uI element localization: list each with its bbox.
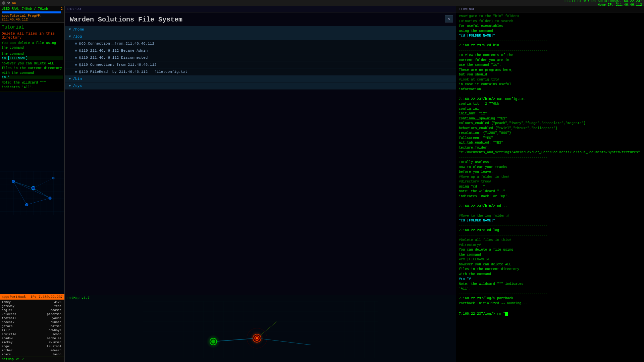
terminal-line: "cd [FOLDER NAME]" (459, 34, 641, 39)
top-location: Location: Warden Solutions@7.160.22.237 … (564, 0, 642, 7)
folder-arrow-icon: ▼ (69, 84, 71, 88)
terminal-line: config.ini (459, 107, 641, 112)
filesystem-item[interactable]: ■@119_Connection:_from_211.46.46.112 (65, 61, 456, 68)
tutorial-text3: however you can delete ALL files in the … (2, 61, 63, 75)
terminal-line: "C:/Documents_and_Settings/Admin/Fax/Hot… (459, 150, 641, 155)
terminal-line: These are no programs here, (459, 68, 641, 73)
porthack-app-label: app:PortHack (2, 295, 26, 299)
terminal-line: with the command (459, 272, 641, 277)
tutorial-highlight: Delete all files in this directory (2, 32, 63, 40)
terminal-content[interactable]: #Navigate to the "bin" folder#(Binaries … (456, 12, 644, 362)
terminal-line: #Move up a folder in the# (459, 175, 641, 180)
terminal-line: using "cd .." (459, 185, 641, 190)
filesystem-item[interactable]: ■@119_211.46.46.112_Disconnected (65, 54, 456, 61)
terminal-prompt-text: 7.160.22.237/log/> rm * (459, 312, 505, 317)
filesystem-item[interactable]: ▼/log (65, 33, 456, 40)
gear-icon: ⚙ (7, 0, 10, 5)
terminal-line: #Delete all files in this# (459, 238, 641, 243)
top-icons: ⚙ (2, 0, 10, 5)
terminal-label: TERMINAL (459, 7, 475, 11)
terminal-line: indicates 'Back' or 'Up'. (459, 194, 641, 199)
terminal-line: 7.160.22.237/bin/> cd .. (459, 204, 641, 209)
terminal-line: #directory# (459, 243, 641, 248)
filesystem-item[interactable]: ■@66_Connection:_from_211.46.46.112 (65, 40, 456, 47)
filesystem-list: ▼/home▼/log■@66_Connection:_from_211.46.… (65, 26, 456, 90)
file-icon: ■ (75, 42, 77, 46)
list-item: gatewaytest (1, 304, 64, 308)
ram-bar (2, 11, 61, 13)
svg-point-7 (49, 197, 51, 199)
right-panel: TERMINAL #Navigate to the "bin" folder#(… (456, 6, 644, 362)
filesystem-item[interactable]: ■@129_FileRead:_by_211.46.46.112_-_file:… (65, 68, 456, 75)
terminal-line: config.txt : 2.776kb (459, 102, 641, 107)
svg-rect-13 (143, 301, 378, 358)
terminal-line[interactable]: 7.160.22.237/log/> rm * (459, 312, 641, 317)
list-item: knickerspiderman (1, 312, 64, 316)
terminal-line: ----------------------------------------… (459, 92, 641, 97)
terminal-line: but you should (459, 72, 641, 77)
netmap-svg (65, 301, 456, 358)
list-item: phoenixrunner (1, 320, 64, 324)
list-item: money4128 (1, 300, 64, 304)
filesystem-title: Warden Solutions File System (65, 12, 456, 26)
filesystem-item[interactable]: ▼/sys (65, 83, 456, 90)
terminal-line: alt_tab_enabled: "YES" (459, 141, 641, 146)
porthack-content: money4128gatewaytesteagle1boomerknickers… (0, 300, 64, 357)
list-item: angeltrustnol (1, 345, 64, 349)
terminal-line: init_num: "12" (459, 111, 641, 116)
terminal-line: Porthack Initialized -- Running... (459, 301, 641, 306)
ram-section: USED RAM: 746mb / 761mb 2 app:Tutorial P… (0, 6, 64, 23)
tutorial-title: Tutorial (2, 24, 63, 30)
filesystem-item[interactable]: ■@119_211.46.46.112_Became_Admin (65, 47, 456, 54)
list-item: footballyoune (1, 316, 64, 320)
terminal-line: #directory tree# (459, 179, 641, 185)
filesystem-item[interactable]: ▼/bin (65, 75, 456, 83)
terminal-line: continual_spawning "YES" (459, 116, 641, 121)
porthack-header: app:PortHack IP: 7.160.22.237 (0, 295, 64, 300)
file-icon: ■ (75, 56, 77, 60)
file-icon: ■ (75, 70, 77, 74)
terminal-line: however you can delete ALL (459, 262, 641, 267)
terminal-line: ----------------------------------------… (459, 199, 641, 204)
svg-point-10 (52, 177, 54, 179)
terminal-line: ----------------------------------------… (459, 155, 641, 160)
svg-point-19 (211, 340, 215, 344)
terminal-line: #Navigate to the "bin" folder# (459, 14, 641, 19)
terminal-line: Note: the wildcard "*" indicates (459, 282, 641, 287)
middle-panel: DISPLAY Warden Solutions File System < ▼… (65, 6, 456, 362)
tutorial-cmd1: rm [FILENAME] (2, 56, 63, 60)
filesystem-item[interactable]: ▼/home (65, 26, 456, 33)
terminal-line: 7.160.22.237/bin/> cat config.txt (459, 97, 641, 102)
list-item: shadownicholas (1, 337, 64, 341)
terminal-line: 'All'. (459, 287, 641, 292)
terminal-line: in case it contains useful (459, 82, 641, 87)
svg-point-24 (256, 337, 258, 339)
terminal-line: before you leave. (459, 170, 641, 175)
terminal-line: #rm [FILENAME]# (459, 257, 641, 262)
list-item: motheredward (1, 349, 64, 353)
list-item: gatorsbatman (1, 324, 64, 328)
terminal-line: "cd [FOLDER NAME]" (459, 218, 641, 223)
terminal-line: 7.160.22.237/log/> porthack (459, 296, 641, 301)
list-item: squirtlescoob (1, 332, 64, 337)
file-icon: ■ (75, 63, 77, 67)
terminal-line: current folder you are in (459, 58, 641, 63)
list-item: mickeyswimmer (1, 341, 64, 345)
terminal-line: using the command (459, 29, 641, 34)
folder-arrow-icon: ▼ (69, 28, 71, 32)
terminal-line: use the command "ls". (459, 63, 641, 68)
terminal-line: 7.160.22.237> cd log (459, 228, 641, 233)
terminal-line: (Binaries folder) to search (459, 19, 641, 24)
folder-arrow-icon: ▼ (69, 77, 71, 81)
filesystem-area: Warden Solutions File System < ▼/home▼/l… (65, 12, 456, 295)
list-item: eagle1boomer (1, 308, 64, 312)
back-button[interactable]: < (445, 15, 453, 22)
svg-rect-0 (0, 171, 64, 215)
tutorial-note: Note: the wildcard "*" indicates 'All'. (2, 81, 63, 90)
terminal-line: To view the contents of the (459, 53, 641, 58)
terminal-line: ----------------------------------------… (459, 48, 641, 53)
window-icon-1 (2, 1, 5, 5)
ram-label: USED RAM: 746mb / 761mb (2, 7, 48, 11)
terminal-line: the command (459, 253, 641, 258)
folder-arrow-icon: ▼ (69, 35, 71, 39)
